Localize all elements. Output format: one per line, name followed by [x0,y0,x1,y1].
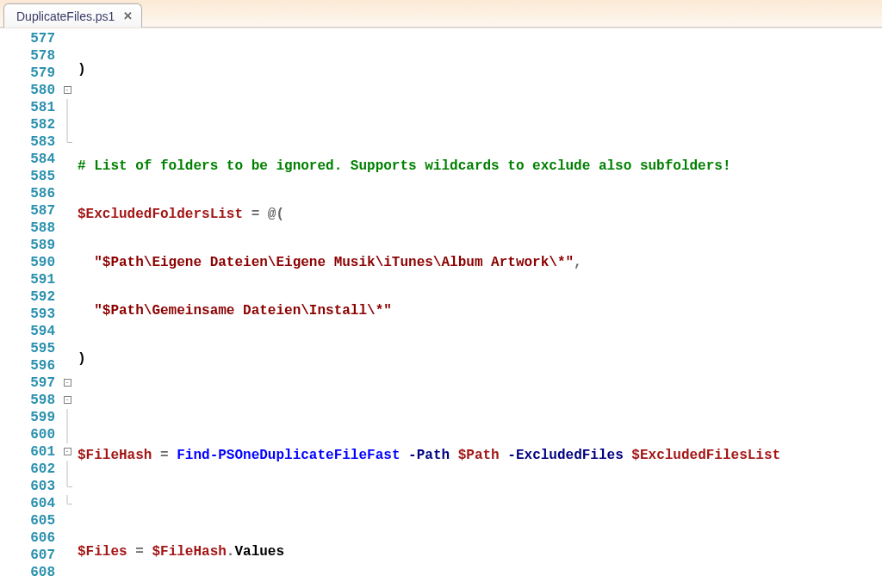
fold-marker[interactable]: - [60,82,74,99]
line-number: 593 [0,306,60,323]
line-number: 587 [0,202,60,220]
line-number: 594 [0,323,60,340]
fold-marker [60,288,74,306]
line-number: 585 [0,168,60,185]
line-number: 577 [0,30,60,47]
fold-marker [60,461,74,478]
line-number: 600 [0,426,60,443]
line-number: 578 [0,47,60,65]
line-number: 605 [0,512,60,529]
fold-marker [60,357,74,374]
line-number: 583 [0,133,60,151]
code-editor[interactable]: 5775785795805815825835845855865875885895… [0,28,882,588]
line-number: 606 [0,529,60,547]
file-tab[interactable]: DuplicateFiles.ps1 ✕ [3,3,142,28]
fold-marker [60,202,74,220]
code-token: ) [78,62,86,77]
line-number: 596 [0,357,60,374]
fold-marker[interactable]: - [60,374,74,392]
line-number: 608 [0,564,60,581]
close-icon[interactable]: ✕ [123,9,133,22]
fold-marker [60,271,74,288]
line-number: 586 [0,185,60,202]
line-number: 589 [0,237,60,254]
line-number: 607 [0,547,60,564]
fold-marker [60,237,74,254]
line-number: 591 [0,271,60,288]
line-number: 597 [0,374,60,392]
line-number: 588 [0,220,60,237]
fold-marker [60,495,74,512]
fold-marker [60,47,74,65]
fold-marker [60,340,74,357]
line-number: 595 [0,340,60,357]
line-number: 584 [0,151,60,168]
fold-marker [60,323,74,340]
line-number: 580 [0,82,60,99]
line-number-gutter: 5775785795805815825835845855865875885895… [0,28,60,588]
line-number: 599 [0,409,60,426]
fold-gutter: ---- [60,28,74,588]
fold-marker [60,168,74,185]
line-number: 592 [0,288,60,306]
fold-marker [60,478,74,495]
fold-marker [60,409,74,426]
fold-marker [60,254,74,271]
fold-marker [60,30,74,47]
fold-marker [60,547,74,564]
fold-marker [60,151,74,168]
fold-marker [60,116,74,133]
tab-bar: DuplicateFiles.ps1 ✕ [0,0,882,28]
fold-marker [60,512,74,529]
line-number: 604 [0,495,60,512]
fold-marker [60,306,74,323]
line-number: 602 [0,461,60,478]
tab-title: DuplicateFiles.ps1 [16,9,115,23]
fold-marker [60,133,74,151]
line-number: 590 [0,254,60,271]
code-string: "$Path\Eigene Dateien\Eigene Musik\iTune… [94,255,574,270]
line-number: 579 [0,65,60,82]
line-number: 603 [0,478,60,495]
fold-marker [60,426,74,443]
line-number: 581 [0,99,60,116]
fold-marker [60,220,74,237]
fold-marker [60,65,74,82]
line-number: 601 [0,443,60,461]
fold-marker [60,99,74,116]
fold-marker[interactable]: - [60,392,74,409]
code-cmdlet: Find-PSOneDuplicateFileFast [177,448,400,463]
fold-marker [60,564,74,581]
code-var: $ExcludedFoldersList [78,207,243,222]
fold-marker[interactable]: - [60,443,74,461]
code-string: "$Path\Gemeinsame Dateien\Install\*" [94,303,392,319]
fold-marker [60,185,74,202]
line-number: 598 [0,392,60,409]
fold-marker [60,529,74,547]
code-area[interactable]: ) # List of folders to be ignored. Suppo… [74,28,882,588]
code-comment: # List of folders to be ignored. Support… [78,158,731,174]
line-number: 582 [0,116,60,133]
